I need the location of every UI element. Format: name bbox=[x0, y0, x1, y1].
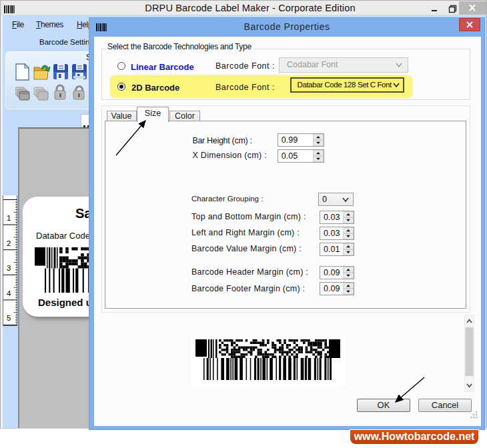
svg-text:4: 4 bbox=[7, 289, 11, 297]
svg-text:5: 5 bbox=[7, 314, 11, 322]
svg-text:2: 2 bbox=[7, 239, 11, 247]
svg-text:3: 3 bbox=[7, 264, 11, 272]
svg-text:1: 1 bbox=[7, 214, 11, 222]
